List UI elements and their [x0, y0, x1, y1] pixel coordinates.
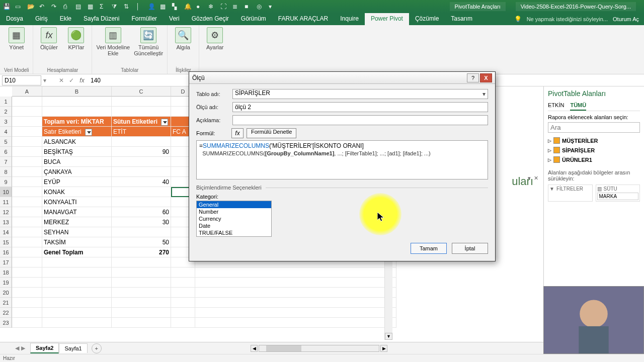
- list-item[interactable]: Currency: [197, 215, 271, 222]
- sheet-nav-next-icon[interactable]: ▶: [21, 345, 25, 351]
- category-label: Kategori:: [196, 194, 488, 200]
- list-item[interactable]: TRUE/FALSE: [197, 229, 271, 236]
- table-select[interactable]: SİPARİŞLER: [232, 89, 488, 99]
- close-button[interactable]: X: [480, 73, 492, 82]
- intellisense-hint: SUMMARIZECOLUMNS([GroupBy_ColumnName1], …: [199, 150, 485, 156]
- cancel-button[interactable]: İptal: [452, 243, 488, 254]
- list-item[interactable]: Date: [197, 222, 271, 229]
- list-item[interactable]: Number: [197, 208, 271, 215]
- ok-button[interactable]: Tamam: [411, 243, 447, 254]
- sheet-tab[interactable]: Sayfa2: [30, 343, 59, 353]
- sheet-nav-prev-icon[interactable]: ◀: [15, 345, 19, 351]
- desc-label: Açıklama:: [196, 117, 228, 123]
- check-formula-button[interactable]: Formülü Denetle: [247, 128, 296, 138]
- description-input[interactable]: [232, 115, 488, 125]
- horizontal-scrollbar[interactable]: ◀▶: [251, 345, 387, 352]
- add-sheet-button[interactable]: +: [92, 343, 102, 353]
- dialog-title: Ölçü: [192, 74, 205, 81]
- webcam-overlay: [543, 286, 644, 354]
- help-button[interactable]: ?: [467, 73, 479, 82]
- measure-dialog: Ölçü ? X Tablo adı: SİPARİŞLER Ölçü adı:…: [189, 71, 496, 261]
- category-listbox[interactable]: General Number Currency Date TRUE/FALSE: [196, 201, 272, 237]
- formula-editor[interactable]: =SUMMARIZECOLUMNS('MÜŞTERİLER'[İSKONTO O…: [196, 140, 488, 179]
- measure-label: Ölçü adı:: [196, 104, 228, 110]
- status-bar: Hazır: [0, 354, 644, 362]
- table-label: Tablo adı:: [196, 91, 228, 97]
- measure-name-input[interactable]: [232, 102, 488, 112]
- list-item[interactable]: General: [197, 201, 271, 208]
- formula-label: Formül:: [196, 130, 228, 136]
- sheet-tab[interactable]: Sayfa1: [59, 343, 87, 353]
- fx-button[interactable]: fx: [231, 128, 244, 138]
- format-section-label: Biçimlendirme Seçenekleri: [196, 185, 262, 191]
